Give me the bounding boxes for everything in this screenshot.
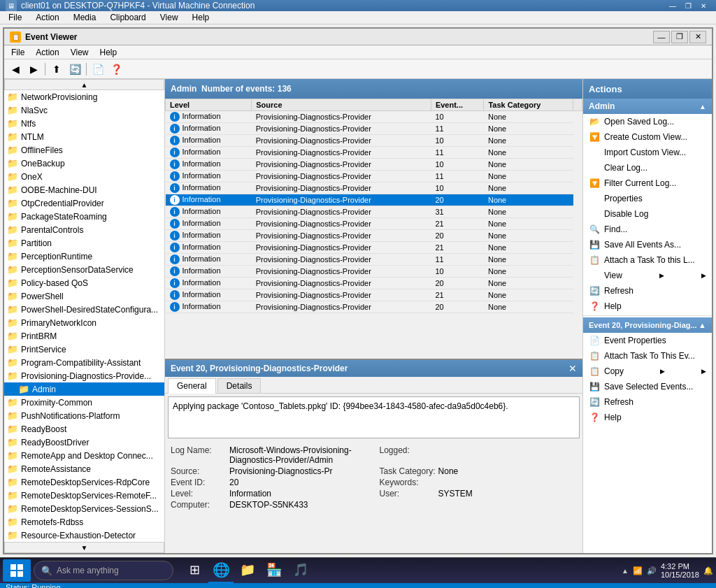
start-button[interactable] [3, 559, 31, 582]
sidebar-item-ntfs[interactable]: 📁 Ntfs [4, 117, 164, 130]
action-refresh-event[interactable]: 🔄 Refresh [583, 394, 712, 410]
sidebar-item-rdpsession[interactable]: 📁 RemoteDesktopServices-SessionS... [4, 502, 164, 515]
event-detail-close-button[interactable]: ✕ [568, 363, 577, 374]
taskbar-app-task-view[interactable]: ⊞ [182, 558, 207, 583]
table-row[interactable]: iInformationProvisioning-Diagnostics-Pro… [166, 301, 582, 313]
sidebar-item-perception[interactable]: 📁 PerceptionRuntime [4, 250, 164, 263]
sidebar-item-nlasvc[interactable]: 📁 NlaSvc [4, 103, 164, 117]
action-event-properties[interactable]: 📄 Event Properties [583, 333, 712, 348]
sidebar-item-rdpremote[interactable]: 📁 RemoteDesktopServices-RemoteF... [4, 489, 164, 502]
action-help-event[interactable]: ❓ Help [583, 410, 712, 425]
table-row[interactable]: iInformationProvisioning-Diagnostics-Pro… [166, 218, 582, 230]
toolbar-refresh-button[interactable]: 🔄 [66, 62, 83, 77]
vm-minimize-button[interactable]: — [666, 0, 680, 11]
table-row[interactable]: iInformationProvisioning-Diagnostics-Pro… [166, 171, 582, 182]
sidebar-item-readyboost[interactable]: 📁 ReadyBoost [4, 422, 164, 436]
taskbar-app-explorer[interactable]: 📁 [235, 558, 260, 583]
tab-general[interactable]: General [168, 378, 216, 394]
sidebar-item-remotefs[interactable]: 📁 Remotefs-Rdbss [4, 515, 164, 529]
action-attach-task-log[interactable]: 📋 Attach a Task To this L... [583, 252, 712, 268]
ev-menu-help[interactable]: Help [96, 47, 122, 58]
vm-menu-clipboard[interactable]: Clipboard [104, 11, 151, 24]
action-view[interactable]: View ▶ [583, 268, 712, 283]
sidebar-scroll-down[interactable]: ▼ [4, 542, 164, 553]
sidebar-item-offlinefiles[interactable]: 📁 OfflineFiles [4, 143, 164, 157]
vm-close-button[interactable]: ✕ [696, 0, 710, 11]
table-row[interactable]: iInformationProvisioning-Diagnostics-Pro… [166, 266, 582, 278]
action-import-custom-view[interactable]: Import Custom View... [583, 145, 712, 160]
toolbar-properties-button[interactable]: 📄 [90, 62, 106, 77]
table-row[interactable]: iInformationProvisioning-Diagnostics-Pro… [166, 111, 582, 123]
taskbar-app-groove[interactable]: 🎵 [288, 558, 313, 583]
sidebar-item-resourceexhaustion[interactable]: 📁 Resource-Exhaustion-Detector [4, 529, 164, 542]
action-filter-log[interactable]: 🔽 Filter Current Log... [583, 175, 712, 191]
sidebar-item-pushnotif[interactable]: 📁 PushNotifications-Platform [4, 409, 164, 422]
action-copy[interactable]: 📋 Copy ▶ [583, 364, 712, 379]
tab-details[interactable]: Details [217, 378, 262, 393]
sidebar-item-remoteassistance[interactable]: 📁 RemoteAssistance [4, 462, 164, 475]
taskbar-volume-icon[interactable]: 🔊 [647, 566, 657, 575]
sidebar-item-powershelldsc[interactable]: 📁 PowerShell-DesiredStateConfigura... [4, 303, 164, 316]
sidebar-item-provisioning[interactable]: 📁 Provisioning-Diagnostics-Provide... [4, 369, 164, 382]
taskbar-app-store[interactable]: 🏪 [262, 558, 287, 583]
table-row[interactable]: iInformationProvisioning-Diagnostics-Pro… [166, 254, 582, 266]
sidebar-item-primarynetwork[interactable]: 📁 PrimaryNetworkIcon [4, 316, 164, 329]
sidebar-item-printservice[interactable]: 📁 PrintService [4, 343, 164, 356]
sidebar-item-programcompat[interactable]: 📁 Program-Compatibility-Assistant [4, 356, 164, 369]
actions-admin-section-header[interactable]: Admin ▲ [583, 99, 712, 114]
toolbar-back-button[interactable]: ◀ [7, 62, 24, 77]
sidebar-item-onebackup[interactable]: 📁 OneBackup [4, 157, 164, 170]
taskbar-search[interactable]: 🔍 Ask me anything [34, 561, 173, 580]
ev-menu-action[interactable]: Action [31, 47, 63, 58]
sidebar-item-onex[interactable]: 📁 OneX [4, 170, 164, 183]
action-open-saved-log[interactable]: 📂 Open Saved Log... [583, 114, 712, 129]
action-properties[interactable]: Properties [583, 191, 712, 206]
sidebar-item-packagestate[interactable]: 📁 PackageStateRoaming [4, 210, 164, 223]
toolbar-up-button[interactable]: ⬆ [48, 62, 65, 77]
action-save-selected-events[interactable]: 💾 Save Selected Events... [583, 379, 712, 394]
vm-menu-file[interactable]: File [3, 11, 27, 24]
sidebar-item-rdpcore[interactable]: 📁 RemoteDesktopServices-RdpCore [4, 475, 164, 489]
sidebar-item-proximity[interactable]: 📁 Proximity-Common [4, 396, 164, 409]
vm-menu-action[interactable]: Action [30, 11, 64, 24]
sidebar-item-perceptionsensor[interactable]: 📁 PerceptionSensorDataService [4, 263, 164, 276]
table-row[interactable]: iInformationProvisioning-Diagnostics-Pro… [166, 182, 582, 194]
taskbar-app-edge[interactable]: 🌐 [208, 558, 234, 583]
sidebar-scroll-up[interactable]: ▲ [4, 79, 164, 90]
table-row[interactable]: iInformationProvisioning-Diagnostics-Pro… [166, 242, 582, 254]
ev-minimize-button[interactable]: — [653, 31, 670, 43]
table-row[interactable]: iInformationProvisioning-Diagnostics-Pro… [166, 206, 582, 218]
table-row[interactable]: iInformationProvisioning-Diagnostics-Pro… [166, 194, 582, 206]
sidebar-item-ntlm[interactable]: 📁 NTLM [4, 130, 164, 143]
ev-menu-view[interactable]: View [66, 47, 93, 58]
sidebar-item-printbrm[interactable]: 📁 PrintBRM [4, 329, 164, 343]
action-find[interactable]: 🔍 Find... [583, 222, 712, 237]
ev-menu-file[interactable]: File [7, 47, 29, 58]
sidebar-item-policyqos[interactable]: 📁 Policy-based QoS [4, 276, 164, 289]
sidebar-item-networkprovisioning[interactable]: 📁 NetworkProvisioning [4, 90, 164, 103]
sidebar-item-admin[interactable]: 📁 Admin [4, 382, 164, 396]
table-row[interactable]: iInformationProvisioning-Diagnostics-Pro… [166, 147, 582, 159]
vm-menu-media[interactable]: Media [68, 11, 102, 24]
taskbar-arrow-icon[interactable]: ▲ [622, 567, 629, 575]
action-disable-log[interactable]: Disable Log [583, 206, 712, 222]
vm-menu-help[interactable]: Help [187, 11, 215, 24]
action-refresh-admin[interactable]: 🔄 Refresh [583, 283, 712, 299]
toolbar-help-button[interactable]: ❓ [108, 62, 124, 77]
table-row[interactable]: iInformationProvisioning-Diagnostics-Pro… [166, 159, 582, 171]
sidebar-item-oobe[interactable]: 📁 OOBE-Machine-DUI [4, 183, 164, 196]
table-row[interactable]: iInformationProvisioning-Diagnostics-Pro… [166, 289, 582, 301]
ev-close-button[interactable]: ✕ [689, 31, 706, 43]
table-row[interactable]: iInformationProvisioning-Diagnostics-Pro… [166, 135, 582, 147]
log-table-container[interactable]: Level Source Event... Task Category iInf… [165, 99, 582, 359]
action-help-admin[interactable]: ❓ Help [583, 299, 712, 314]
toolbar-forward-button[interactable]: ▶ [25, 62, 42, 77]
table-row[interactable]: iInformationProvisioning-Diagnostics-Pro… [166, 230, 582, 242]
sidebar-item-powershell[interactable]: 📁 PowerShell [4, 289, 164, 303]
taskbar-clock[interactable]: 4:32 PM10/15/2018 [661, 562, 699, 579]
action-save-all-events[interactable]: 💾 Save All Events As... [583, 237, 712, 252]
taskbar-network-icon[interactable]: 📶 [633, 566, 643, 575]
actions-event-section-header[interactable]: Event 20, Provisioning-Diag... ▲ [583, 317, 712, 333]
table-row[interactable]: iInformationProvisioning-Diagnostics-Pro… [166, 278, 582, 289]
vm-menu-view[interactable]: View [155, 11, 184, 24]
